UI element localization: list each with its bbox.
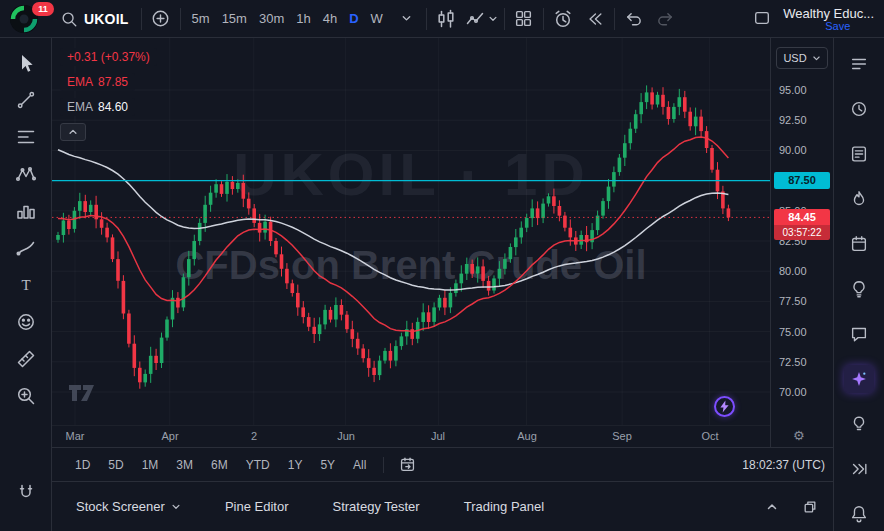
cursor-icon <box>15 52 37 74</box>
bar-replay-button[interactable] <box>582 5 608 33</box>
layout-templates-button[interactable] <box>511 5 537 33</box>
panel-collapse-button[interactable] <box>759 493 785 521</box>
news-button[interactable] <box>844 140 874 168</box>
tool-emoji[interactable] <box>9 310 43 334</box>
interval-button-W[interactable]: W <box>366 9 388 28</box>
price-tick-label: 75.00 <box>779 325 807 339</box>
price-change-chip[interactable]: +0.31 (+0.37%) <box>60 48 157 66</box>
tab-trading-panel[interactable]: Trading Panel <box>464 499 544 514</box>
tab-stock-screener[interactable]: Stock Screener <box>76 499 181 514</box>
range-button-6m[interactable]: 6M <box>204 455 235 475</box>
interval-button-4h[interactable]: 4h <box>318 9 342 28</box>
currency-dropdown[interactable]: USD <box>776 47 828 69</box>
time-axis[interactable]: MarApr2JunJulAugSepOct <box>52 425 770 447</box>
interval-button-30m[interactable]: 30m <box>254 9 289 28</box>
inspiration-button[interactable] <box>844 410 874 438</box>
tool-text[interactable]: T <box>9 273 43 297</box>
tool-zoom[interactable] <box>9 384 43 408</box>
toolbar-divider <box>180 8 181 30</box>
ema-legend-row-2[interactable]: EMA 84.60 <box>60 98 135 116</box>
chat-button[interactable] <box>844 320 874 348</box>
alert-price-badge[interactable]: 87.50 <box>774 172 830 189</box>
notifications-button[interactable] <box>844 500 874 528</box>
panel-restore-button[interactable] <box>797 493 823 521</box>
tradingview-watermark-logo[interactable] <box>68 384 98 402</box>
last-price-badge[interactable]: 84.45 03:57:22 <box>774 209 830 240</box>
streams-button[interactable] <box>844 455 874 483</box>
redo-button[interactable] <box>653 5 679 33</box>
symbol-search-button[interactable]: UKOIL <box>54 7 135 31</box>
candlestick-svg <box>52 38 770 425</box>
tab-strategy-tester[interactable]: Strategy Tester <box>332 499 419 514</box>
watchlist-icon <box>849 54 869 74</box>
toolbar-divider <box>614 8 615 30</box>
brush-icon <box>15 237 37 259</box>
range-button-all[interactable]: All <box>346 455 373 475</box>
tool-magnet[interactable] <box>9 481 43 505</box>
range-button-1d[interactable]: 1D <box>68 455 97 475</box>
indicators-button[interactable] <box>465 5 498 33</box>
chart-column: UKOIL · 1D CFDs on Brent Crude Oil +0.31… <box>52 38 833 531</box>
ideas-button[interactable] <box>844 275 874 303</box>
create-alert-button[interactable] <box>550 5 576 33</box>
indicators-icon <box>465 9 485 29</box>
price-tick-label: 77.50 <box>779 294 807 308</box>
tool-xabcd-pattern[interactable] <box>9 162 43 186</box>
price-axis[interactable]: USD 95.0092.5090.0085.0082.5080.0077.507… <box>770 38 833 447</box>
hotlists-button[interactable] <box>844 185 874 213</box>
bar-countdown: 03:57:22 <box>774 225 830 240</box>
chart-style-button[interactable] <box>433 5 459 33</box>
quick-action-bolt-button[interactable] <box>714 396 735 417</box>
lightning-icon <box>719 400 730 413</box>
axis-settings-gear-icon[interactable]: ⚙ <box>793 428 805 443</box>
trend-line-icon <box>15 89 37 111</box>
range-button-5d[interactable]: 5D <box>101 455 130 475</box>
tool-cursor[interactable] <box>9 51 43 75</box>
time-tick-label: Apr <box>161 430 178 442</box>
tool-fib-retracement[interactable] <box>9 125 43 149</box>
range-button-5y[interactable]: 5Y <box>313 455 342 475</box>
legend-collapse-button[interactable] <box>60 123 86 141</box>
top-toolbar: 11 UKOIL 5m15m30m1h4hDW <box>0 0 884 38</box>
currency-label: USD <box>783 52 806 64</box>
range-button-1y[interactable]: 1Y <box>281 455 310 475</box>
interval-button-5m[interactable]: 5m <box>187 9 215 28</box>
undo-button[interactable] <box>621 5 647 33</box>
add-symbol-button[interactable] <box>148 5 174 33</box>
tool-measure[interactable] <box>9 347 43 371</box>
interval-menu-button[interactable] <box>394 5 420 33</box>
tool-trend-line[interactable] <box>9 88 43 112</box>
range-button-ytd[interactable]: YTD <box>239 455 277 475</box>
save-link[interactable]: Save <box>825 20 850 33</box>
save-layout-button[interactable] <box>749 4 775 32</box>
text-icon: T <box>15 274 37 296</box>
interval-button-15m[interactable]: 15m <box>217 9 252 28</box>
watchlist-button[interactable] <box>844 50 874 78</box>
ai-assistant-button[interactable] <box>844 365 874 393</box>
ema1-label: EMA <box>67 75 93 89</box>
interval-button-1h[interactable]: 1h <box>291 9 315 28</box>
alerts-button[interactable] <box>844 95 874 123</box>
tradingview-logo[interactable]: 11 <box>8 3 48 35</box>
interval-button-D[interactable]: D <box>344 9 363 28</box>
chevron-up-icon <box>68 127 78 137</box>
tool-patterns[interactable] <box>9 199 43 223</box>
range-button-1m[interactable]: 1M <box>135 455 166 475</box>
ema-legend-row-1[interactable]: EMA 87.85 <box>60 73 135 91</box>
tab-pine-editor[interactable]: Pine Editor <box>225 499 289 514</box>
search-icon <box>60 10 78 28</box>
calendar-icon <box>849 234 869 254</box>
chevron-down-icon <box>171 502 181 512</box>
time-tick-label: Aug <box>517 430 537 442</box>
utc-clock[interactable]: 18:02:37 (UTC) <box>742 458 825 472</box>
go-to-date-button[interactable] <box>394 454 420 476</box>
account-block[interactable]: Wealthy Educ... Save <box>783 4 874 33</box>
range-button-3m[interactable]: 3M <box>169 455 200 475</box>
svg-text:T: T <box>21 277 30 293</box>
tool-brush[interactable] <box>9 236 43 260</box>
chart-pane[interactable]: UKOIL · 1D CFDs on Brent Crude Oil +0.31… <box>52 38 770 425</box>
toolbar-divider <box>543 8 544 30</box>
double-chevron-right-icon <box>849 459 869 479</box>
calendar-button[interactable] <box>844 230 874 258</box>
chevron-down-icon <box>812 54 821 63</box>
